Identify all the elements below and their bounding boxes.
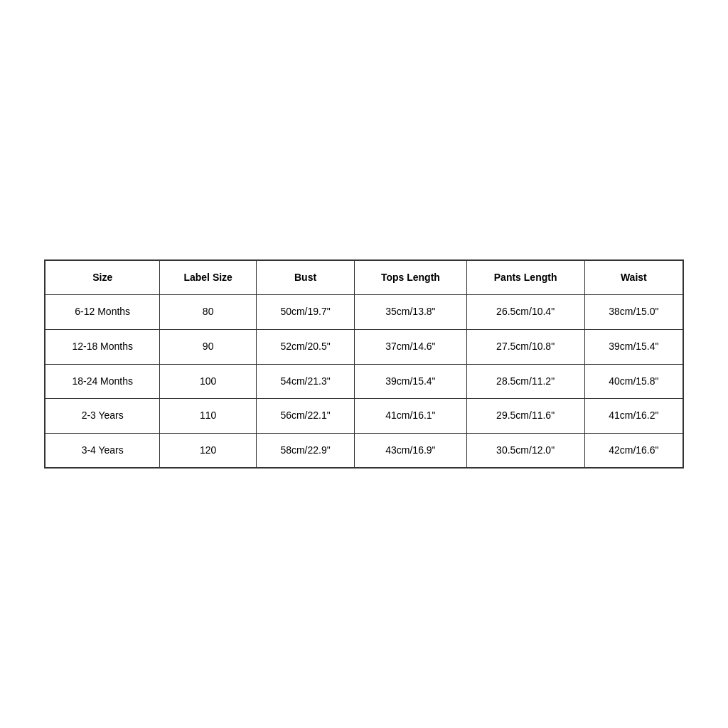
header-tops-length: Tops Length [355, 260, 466, 295]
cell-size: 3-4 Years [46, 433, 160, 468]
header-size: Size [46, 260, 160, 295]
header-pants-length: Pants Length [466, 260, 584, 295]
cell-waist: 39cm/15.4" [584, 329, 682, 364]
cell-size: 18-24 Months [46, 364, 160, 399]
cell-label_size: 90 [160, 329, 256, 364]
cell-tops_length: 39cm/15.4" [355, 364, 466, 399]
table-header-row: Size Label Size Bust Tops Length Pants L… [46, 260, 683, 295]
header-label-size: Label Size [160, 260, 256, 295]
cell-pants_length: 26.5cm/10.4" [466, 295, 584, 330]
cell-tops_length: 43cm/16.9" [355, 433, 466, 468]
size-chart-container: Size Label Size Bust Tops Length Pants L… [44, 259, 684, 469]
cell-bust: 56cm/22.1" [256, 399, 354, 434]
cell-waist: 40cm/15.8" [584, 364, 682, 399]
cell-label_size: 120 [160, 433, 256, 468]
cell-size: 12-18 Months [46, 329, 160, 364]
table-row: 12-18 Months9052cm/20.5"37cm/14.6"27.5cm… [46, 329, 683, 364]
cell-tops_length: 35cm/13.8" [355, 295, 466, 330]
cell-pants_length: 28.5cm/11.2" [466, 364, 584, 399]
cell-pants_length: 30.5cm/12.0" [466, 433, 584, 468]
cell-bust: 54cm/21.3" [256, 364, 354, 399]
table-row: 2-3 Years11056cm/22.1"41cm/16.1"29.5cm/1… [46, 399, 683, 434]
cell-label_size: 100 [160, 364, 256, 399]
header-waist: Waist [584, 260, 682, 295]
cell-waist: 38cm/15.0" [584, 295, 682, 330]
cell-pants_length: 27.5cm/10.8" [466, 329, 584, 364]
cell-bust: 50cm/19.7" [256, 295, 354, 330]
cell-waist: 41cm/16.2" [584, 399, 682, 434]
cell-label_size: 110 [160, 399, 256, 434]
cell-pants_length: 29.5cm/11.6" [466, 399, 584, 434]
header-bust: Bust [256, 260, 354, 295]
cell-label_size: 80 [160, 295, 256, 330]
cell-tops_length: 37cm/14.6" [355, 329, 466, 364]
cell-bust: 58cm/22.9" [256, 433, 354, 468]
cell-size: 6-12 Months [46, 295, 160, 330]
cell-waist: 42cm/16.6" [584, 433, 682, 468]
table-row: 6-12 Months8050cm/19.7"35cm/13.8"26.5cm/… [46, 295, 683, 330]
table-row: 3-4 Years12058cm/22.9"43cm/16.9"30.5cm/1… [46, 433, 683, 468]
cell-bust: 52cm/20.5" [256, 329, 354, 364]
size-chart-table: Size Label Size Bust Tops Length Pants L… [45, 260, 683, 469]
table-row: 18-24 Months10054cm/21.3"39cm/15.4"28.5c… [46, 364, 683, 399]
cell-size: 2-3 Years [46, 399, 160, 434]
cell-tops_length: 41cm/16.1" [355, 399, 466, 434]
